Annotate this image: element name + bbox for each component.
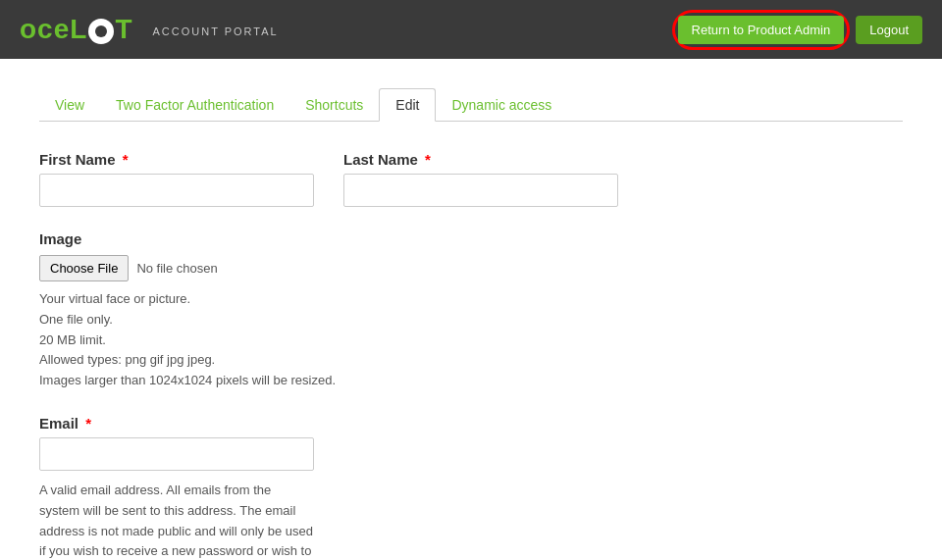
header-right: Return to Product Admin Logout — [672, 10, 922, 50]
file-input-wrapper: Choose File No file chosen — [39, 255, 218, 281]
file-chosen-text: No file chosen — [136, 261, 217, 276]
image-hint-3: 20 MB limit. — [39, 331, 903, 351]
first-name-label: First Name * — [39, 151, 314, 168]
first-name-required: * — [119, 151, 129, 168]
last-name-group: Last Name * — [343, 151, 618, 207]
image-hint-4: Allowed types: png gif jpg jpeg. — [39, 350, 903, 371]
tab-two-factor[interactable]: Two Factor Authentication — [100, 89, 289, 121]
tab-view[interactable]: View — [39, 89, 100, 121]
logo-letter-t: T — [115, 14, 132, 44]
logo-letter-l: L — [70, 14, 87, 44]
logo-letter-o: o — [20, 14, 37, 44]
first-name-input[interactable] — [39, 174, 314, 207]
logo-letter-e: e — [54, 14, 71, 44]
last-name-input[interactable] — [343, 174, 618, 207]
header: oceLT ACCOUNT PORTAL Return to Product A… — [0, 0, 942, 59]
tab-edit[interactable]: Edit — [379, 88, 436, 122]
account-portal-label: ACCOUNT PORTAL — [152, 22, 278, 37]
header-left: oceLT ACCOUNT PORTAL — [20, 14, 279, 45]
image-hint-1: Your virtual face or picture. — [39, 289, 903, 310]
email-required: * — [81, 415, 91, 432]
return-to-product-admin-button[interactable]: Return to Product Admin — [678, 16, 845, 44]
logo: oceLT — [20, 14, 132, 45]
logo-letter-c: c — [37, 14, 54, 44]
email-group: Email * A valid email address. All email… — [39, 415, 314, 560]
image-hint-5: Images larger than 1024x1024 pixels will… — [39, 371, 903, 391]
email-input[interactable] — [39, 437, 314, 471]
return-btn-highlight: Return to Product Admin — [672, 10, 851, 50]
main-content: View Two Factor Authentication Shortcuts… — [0, 59, 942, 560]
last-name-label: Last Name * — [343, 151, 618, 168]
email-hint: A valid email address. All emails from t… — [39, 481, 314, 560]
tab-dynamic-access[interactable]: Dynamic access — [436, 89, 567, 121]
logo-text: oceLT — [20, 14, 132, 45]
logo-circle — [88, 19, 114, 44]
image-hints: Your virtual face or picture. One file o… — [39, 289, 903, 391]
last-name-required: * — [421, 151, 431, 168]
tab-shortcuts[interactable]: Shortcuts — [289, 89, 379, 121]
image-hint-2: One file only. — [39, 310, 903, 331]
first-name-group: First Name * — [39, 151, 314, 207]
logout-button[interactable]: Logout — [856, 16, 922, 44]
image-section: Image Choose File No file chosen Your vi… — [39, 230, 903, 391]
tabs-nav: View Two Factor Authentication Shortcuts… — [39, 88, 903, 122]
email-label: Email * — [39, 415, 314, 432]
name-row: First Name * Last Name * — [39, 151, 903, 207]
image-section-label: Image — [39, 230, 903, 247]
choose-file-button[interactable]: Choose File — [39, 255, 129, 281]
